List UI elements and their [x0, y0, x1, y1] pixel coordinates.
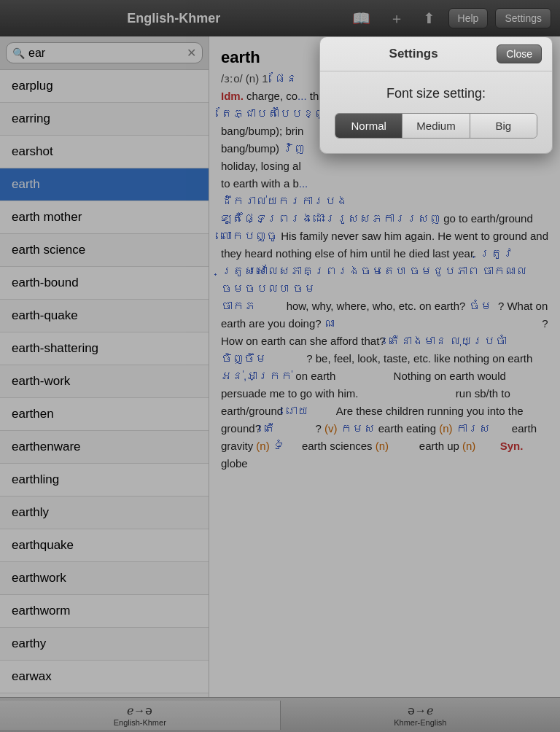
modal-body: Font size setting: Normal Medium Big — [320, 71, 552, 153]
font-size-big-button[interactable]: Big — [470, 114, 537, 138]
font-size-label: Font size setting: — [335, 86, 537, 101]
font-size-normal-button[interactable]: Normal — [335, 114, 402, 138]
settings-modal: Settings Close Font size setting: Normal… — [319, 36, 553, 154]
modal-header: Settings Close — [320, 37, 552, 71]
modal-arrow — [513, 36, 530, 37]
font-size-buttons: Normal Medium Big — [335, 113, 537, 139]
modal-overlay[interactable]: Settings Close Font size setting: Normal… — [0, 0, 560, 732]
modal-title: Settings — [330, 47, 497, 61]
font-size-medium-button[interactable]: Medium — [402, 114, 470, 138]
modal-close-button[interactable]: Close — [497, 44, 542, 63]
